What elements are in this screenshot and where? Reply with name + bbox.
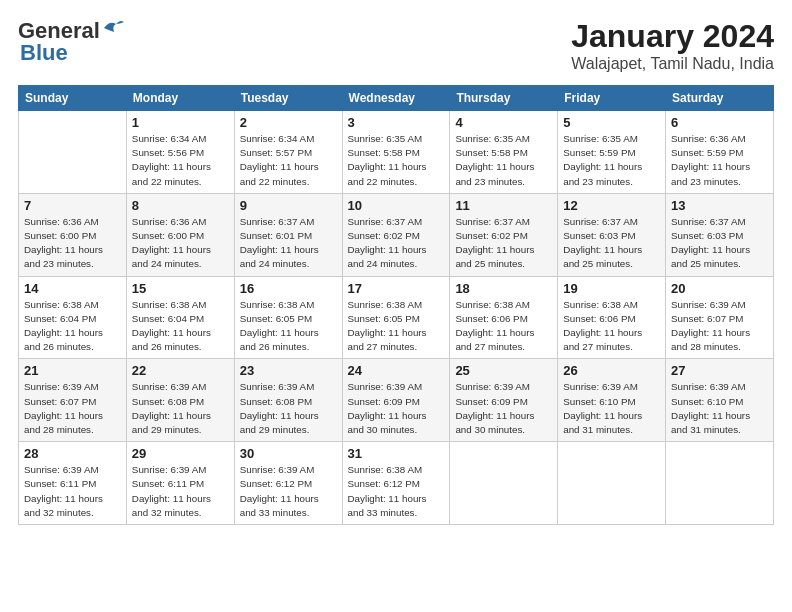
- day-info: Sunrise: 6:36 AM Sunset: 6:00 PM Dayligh…: [24, 215, 121, 272]
- logo: General Blue: [18, 18, 124, 66]
- day-info: Sunrise: 6:38 AM Sunset: 6:06 PM Dayligh…: [455, 298, 552, 355]
- day-info: Sunrise: 6:38 AM Sunset: 6:06 PM Dayligh…: [563, 298, 660, 355]
- day-number: 6: [671, 115, 768, 130]
- calendar-title: January 2024: [571, 18, 774, 55]
- table-row: 16Sunrise: 6:38 AM Sunset: 6:05 PM Dayli…: [234, 276, 342, 359]
- table-row: 2Sunrise: 6:34 AM Sunset: 5:57 PM Daylig…: [234, 111, 342, 194]
- day-number: 12: [563, 198, 660, 213]
- col-saturday: Saturday: [666, 86, 774, 111]
- calendar-week-row: 14Sunrise: 6:38 AM Sunset: 6:04 PM Dayli…: [19, 276, 774, 359]
- day-info: Sunrise: 6:36 AM Sunset: 5:59 PM Dayligh…: [671, 132, 768, 189]
- table-row: 7Sunrise: 6:36 AM Sunset: 6:00 PM Daylig…: [19, 193, 127, 276]
- title-block: January 2024 Walajapet, Tamil Nadu, Indi…: [571, 18, 774, 73]
- day-number: 7: [24, 198, 121, 213]
- day-info: Sunrise: 6:39 AM Sunset: 6:09 PM Dayligh…: [348, 380, 445, 437]
- day-number: 29: [132, 446, 229, 461]
- day-info: Sunrise: 6:39 AM Sunset: 6:12 PM Dayligh…: [240, 463, 337, 520]
- day-number: 15: [132, 281, 229, 296]
- day-number: 3: [348, 115, 445, 130]
- day-number: 11: [455, 198, 552, 213]
- day-number: 13: [671, 198, 768, 213]
- day-info: Sunrise: 6:37 AM Sunset: 6:01 PM Dayligh…: [240, 215, 337, 272]
- day-number: 10: [348, 198, 445, 213]
- calendar-subtitle: Walajapet, Tamil Nadu, India: [571, 55, 774, 73]
- table-row: 26Sunrise: 6:39 AM Sunset: 6:10 PM Dayli…: [558, 359, 666, 442]
- calendar-week-row: 28Sunrise: 6:39 AM Sunset: 6:11 PM Dayli…: [19, 442, 774, 525]
- table-row: [558, 442, 666, 525]
- table-row: 30Sunrise: 6:39 AM Sunset: 6:12 PM Dayli…: [234, 442, 342, 525]
- day-number: 16: [240, 281, 337, 296]
- day-info: Sunrise: 6:39 AM Sunset: 6:07 PM Dayligh…: [671, 298, 768, 355]
- day-number: 9: [240, 198, 337, 213]
- table-row: 14Sunrise: 6:38 AM Sunset: 6:04 PM Dayli…: [19, 276, 127, 359]
- day-number: 24: [348, 363, 445, 378]
- table-row: [450, 442, 558, 525]
- day-info: Sunrise: 6:38 AM Sunset: 6:05 PM Dayligh…: [240, 298, 337, 355]
- table-row: 29Sunrise: 6:39 AM Sunset: 6:11 PM Dayli…: [126, 442, 234, 525]
- day-number: 19: [563, 281, 660, 296]
- table-row: 10Sunrise: 6:37 AM Sunset: 6:02 PM Dayli…: [342, 193, 450, 276]
- col-sunday: Sunday: [19, 86, 127, 111]
- day-info: Sunrise: 6:39 AM Sunset: 6:07 PM Dayligh…: [24, 380, 121, 437]
- day-number: 8: [132, 198, 229, 213]
- table-row: 19Sunrise: 6:38 AM Sunset: 6:06 PM Dayli…: [558, 276, 666, 359]
- table-row: 17Sunrise: 6:38 AM Sunset: 6:05 PM Dayli…: [342, 276, 450, 359]
- calendar-header-row: Sunday Monday Tuesday Wednesday Thursday…: [19, 86, 774, 111]
- table-row: 28Sunrise: 6:39 AM Sunset: 6:11 PM Dayli…: [19, 442, 127, 525]
- day-info: Sunrise: 6:34 AM Sunset: 5:57 PM Dayligh…: [240, 132, 337, 189]
- day-number: 31: [348, 446, 445, 461]
- day-number: 27: [671, 363, 768, 378]
- calendar-table: Sunday Monday Tuesday Wednesday Thursday…: [18, 85, 774, 525]
- table-row: 25Sunrise: 6:39 AM Sunset: 6:09 PM Dayli…: [450, 359, 558, 442]
- day-number: 14: [24, 281, 121, 296]
- table-row: 11Sunrise: 6:37 AM Sunset: 6:02 PM Dayli…: [450, 193, 558, 276]
- day-info: Sunrise: 6:35 AM Sunset: 5:58 PM Dayligh…: [348, 132, 445, 189]
- table-row: 1Sunrise: 6:34 AM Sunset: 5:56 PM Daylig…: [126, 111, 234, 194]
- day-number: 1: [132, 115, 229, 130]
- table-row: 13Sunrise: 6:37 AM Sunset: 6:03 PM Dayli…: [666, 193, 774, 276]
- day-number: 28: [24, 446, 121, 461]
- day-info: Sunrise: 6:39 AM Sunset: 6:11 PM Dayligh…: [24, 463, 121, 520]
- day-number: 30: [240, 446, 337, 461]
- day-number: 18: [455, 281, 552, 296]
- day-info: Sunrise: 6:35 AM Sunset: 5:59 PM Dayligh…: [563, 132, 660, 189]
- day-number: 2: [240, 115, 337, 130]
- table-row: 22Sunrise: 6:39 AM Sunset: 6:08 PM Dayli…: [126, 359, 234, 442]
- day-info: Sunrise: 6:39 AM Sunset: 6:10 PM Dayligh…: [671, 380, 768, 437]
- day-info: Sunrise: 6:35 AM Sunset: 5:58 PM Dayligh…: [455, 132, 552, 189]
- day-number: 17: [348, 281, 445, 296]
- col-friday: Friday: [558, 86, 666, 111]
- day-info: Sunrise: 6:39 AM Sunset: 6:08 PM Dayligh…: [240, 380, 337, 437]
- day-info: Sunrise: 6:37 AM Sunset: 6:03 PM Dayligh…: [563, 215, 660, 272]
- table-row: 23Sunrise: 6:39 AM Sunset: 6:08 PM Dayli…: [234, 359, 342, 442]
- table-row: 8Sunrise: 6:36 AM Sunset: 6:00 PM Daylig…: [126, 193, 234, 276]
- table-row: 5Sunrise: 6:35 AM Sunset: 5:59 PM Daylig…: [558, 111, 666, 194]
- table-row: 12Sunrise: 6:37 AM Sunset: 6:03 PM Dayli…: [558, 193, 666, 276]
- day-number: 26: [563, 363, 660, 378]
- day-info: Sunrise: 6:39 AM Sunset: 6:11 PM Dayligh…: [132, 463, 229, 520]
- table-row: 18Sunrise: 6:38 AM Sunset: 6:06 PM Dayli…: [450, 276, 558, 359]
- table-row: [19, 111, 127, 194]
- day-info: Sunrise: 6:37 AM Sunset: 6:02 PM Dayligh…: [348, 215, 445, 272]
- table-row: 27Sunrise: 6:39 AM Sunset: 6:10 PM Dayli…: [666, 359, 774, 442]
- table-row: 4Sunrise: 6:35 AM Sunset: 5:58 PM Daylig…: [450, 111, 558, 194]
- table-row: 3Sunrise: 6:35 AM Sunset: 5:58 PM Daylig…: [342, 111, 450, 194]
- table-row: [666, 442, 774, 525]
- day-info: Sunrise: 6:37 AM Sunset: 6:03 PM Dayligh…: [671, 215, 768, 272]
- day-number: 5: [563, 115, 660, 130]
- day-info: Sunrise: 6:36 AM Sunset: 6:00 PM Dayligh…: [132, 215, 229, 272]
- day-info: Sunrise: 6:38 AM Sunset: 6:04 PM Dayligh…: [24, 298, 121, 355]
- table-row: 21Sunrise: 6:39 AM Sunset: 6:07 PM Dayli…: [19, 359, 127, 442]
- day-info: Sunrise: 6:39 AM Sunset: 6:10 PM Dayligh…: [563, 380, 660, 437]
- col-wednesday: Wednesday: [342, 86, 450, 111]
- col-tuesday: Tuesday: [234, 86, 342, 111]
- day-info: Sunrise: 6:38 AM Sunset: 6:04 PM Dayligh…: [132, 298, 229, 355]
- table-row: 15Sunrise: 6:38 AM Sunset: 6:04 PM Dayli…: [126, 276, 234, 359]
- table-row: 6Sunrise: 6:36 AM Sunset: 5:59 PM Daylig…: [666, 111, 774, 194]
- day-number: 22: [132, 363, 229, 378]
- day-number: 4: [455, 115, 552, 130]
- day-number: 21: [24, 363, 121, 378]
- day-number: 25: [455, 363, 552, 378]
- day-number: 23: [240, 363, 337, 378]
- day-info: Sunrise: 6:39 AM Sunset: 6:08 PM Dayligh…: [132, 380, 229, 437]
